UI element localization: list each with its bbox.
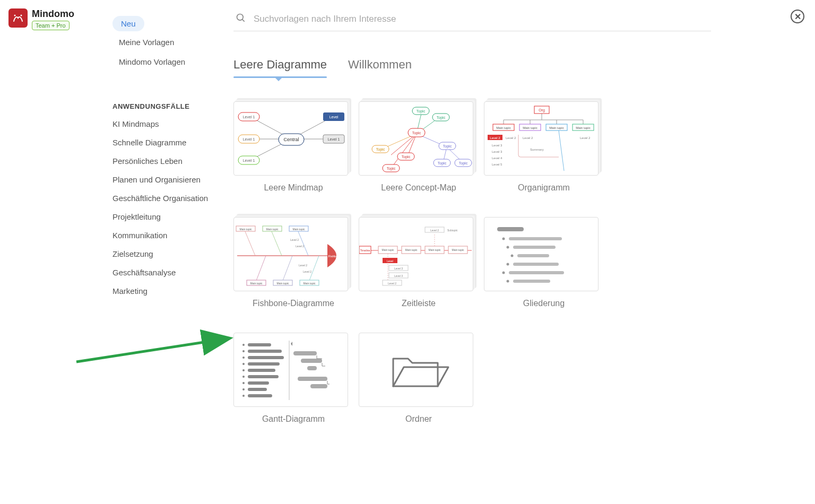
svg-text:Main topic: Main topic [250,282,263,285]
template-label: Organigramm [484,183,604,193]
svg-text:Level 2: Level 2 [296,245,304,248]
template-label: Gliederung [484,299,604,308]
svg-text:Summary: Summary [530,148,544,151]
thumb-outline [484,217,599,291]
svg-line-3 [242,20,245,22]
template-card-fishbone[interactable]: Fishbone Main topic Main topic Main topi… [233,214,353,308]
sidebar-link-my-templates[interactable]: Meine Vorlagen [112,33,224,51]
svg-text:Main topic: Main topic [496,126,510,129]
tabs: Leere Diagramme Willkommen [233,58,711,77]
template-label: Zeitleiste [359,299,479,308]
svg-point-139 [242,357,245,359]
template-label: Ordner [359,414,479,424]
sidebar-section-title: ANWENDUNGSFÄLLE [112,102,224,110]
svg-text:Level 2: Level 2 [430,229,439,232]
search-icon [236,13,246,25]
thumb-folder [359,333,473,407]
thumb-gantt [233,333,348,407]
svg-text:Main topic: Main topic [304,282,316,285]
svg-rect-124 [509,237,562,240]
svg-rect-156 [307,366,317,370]
sidebar-item-communication[interactable]: Kommunikation [112,226,224,245]
template-card-mindmap[interactable]: Central Level 1 Level 1 Level 1 Level Le… [233,98,353,193]
svg-rect-146 [248,375,279,378]
sidebar-link-new[interactable]: Neu [112,16,144,31]
sidebar-item-project-mgmt[interactable]: Projektleitung [112,207,224,226]
sidebar-item-quick-diagrams[interactable]: Schnelle Diagramme [112,133,224,152]
svg-text:Main topic: Main topic [266,228,279,231]
template-label: Fishbone-Diagramme [233,299,353,308]
sidebar-link-mindomo-templates[interactable]: Mindomo Vorlagen [112,53,224,71]
svg-text:Level 3: Level 3 [394,274,403,277]
sidebar-item-marketing[interactable]: Marketing [112,282,224,300]
template-card-folder[interactable]: Ordner [359,329,479,424]
svg-text:Level 2: Level 2 [303,270,311,273]
template-card-org-chart[interactable]: Org Main topic Main topic Main topic Mai… [484,98,604,193]
svg-text:Topic: Topic [376,147,385,152]
sidebar-item-business-org[interactable]: Geschäftliche Organisation [112,189,224,207]
svg-rect-144 [248,369,275,372]
svg-rect-155 [301,359,322,363]
svg-text:Level 1: Level 1 [243,137,255,141]
svg-point-135 [242,344,245,346]
thumb-fishbone: Fishbone Main topic Main topic Main topi… [233,217,348,291]
template-card-concept-map[interactable]: Topic Topic Topic Topic Topic Topic Topi… [359,98,479,193]
svg-text:Topic: Topic [437,116,446,120]
svg-rect-128 [517,254,549,257]
template-card-timeline[interactable]: Timeline Main topic Main topic Main topi… [359,214,479,308]
svg-line-79 [255,256,266,283]
svg-text:Level 3: Level 3 [394,267,403,270]
annotation-arrow-icon [74,325,244,372]
svg-rect-126 [513,246,556,249]
svg-point-131 [502,272,505,274]
svg-text:Topic: Topic [412,131,421,135]
svg-text:Main topic: Main topic [293,228,305,231]
svg-point-129 [507,263,509,266]
svg-rect-140 [248,356,284,359]
thumb-concept: Topic Topic Topic Topic Topic Topic Topi… [359,101,473,176]
svg-text:Level 2: Level 2 [290,238,299,241]
sidebar-item-ki-mindmaps[interactable]: KI Mindmaps [112,115,224,133]
svg-rect-150 [248,388,267,391]
thumb-org: Org Main topic Main topic Main topic Mai… [484,101,599,176]
close-button[interactable]: ✕ [791,10,804,23]
svg-text:Level 1: Level 1 [243,159,255,162]
template-label: Leere Concept-Map [359,183,479,193]
svg-line-78 [298,230,308,256]
sidebar-item-business-analysis[interactable]: Geschäftsanalyse [112,263,224,282]
svg-text:Level 2: Level 2 [580,136,591,140]
template-label: Leere Mindmap [233,183,353,193]
svg-rect-158 [310,384,327,388]
svg-text:Topic: Topic [443,144,452,149]
svg-text:Level 1: Level 1 [328,137,340,141]
svg-rect-154 [293,351,317,355]
tab-blank-diagrams[interactable]: Leere Diagramme [233,58,327,77]
brand-name: Mindomo [32,8,74,20]
search-bar [233,13,711,31]
svg-point-137 [242,350,245,352]
sidebar-item-personal-life[interactable]: Persönliches Leben [112,152,224,170]
svg-rect-130 [513,263,559,266]
svg-rect-157 [298,377,327,381]
svg-text:Level 2: Level 2 [490,136,500,140]
template-card-outline[interactable]: Gliederung [484,214,604,308]
svg-point-151 [242,395,245,397]
svg-text:Topic: Topic [438,161,447,166]
template-card-gantt[interactable]: Gantt-Diagramm [233,329,353,424]
svg-text:Level 3: Level 3 [492,144,502,147]
svg-point-1 [21,15,22,16]
main-area: Leere Diagramme Willkommen Central Level… [233,13,711,424]
svg-point-127 [511,255,514,257]
svg-rect-134 [513,280,550,283]
tab-welcome[interactable]: Willkommen [348,58,412,77]
brand-logo-icon [8,8,28,28]
svg-text:Topic: Topic [387,167,396,171]
brand-plan-badge: Team + Pro [32,21,70,30]
search-input[interactable] [254,14,709,24]
svg-text:Main topic: Main topic [405,248,418,251]
sidebar-item-plan-organize[interactable]: Planen und Organisieren [112,170,224,189]
svg-text:Main topic: Main topic [576,126,590,129]
svg-text:Main topic: Main topic [549,126,563,129]
brand: Mindomo Team + Pro [8,8,74,30]
sidebar-item-goals[interactable]: Zielsetzung [112,245,224,263]
